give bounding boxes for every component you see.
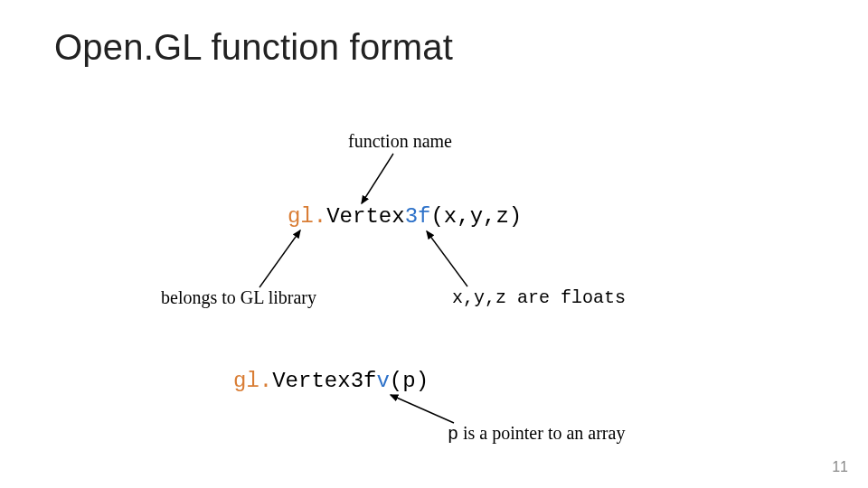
page-number: 11 <box>832 459 848 475</box>
code-args-xyz: (x,y,z) <box>430 204 522 229</box>
label-pointer-p: p <box>448 424 458 445</box>
annotation-arrows <box>0 0 868 488</box>
code-glvertex3f: gl.Vertex3f(x,y,z) <box>288 204 522 229</box>
svg-line-1 <box>259 230 300 287</box>
label-pointer-rest: is a pointer to an array <box>458 423 625 443</box>
label-pointer: p is a pointer to an array <box>448 423 625 445</box>
svg-line-3 <box>391 395 454 423</box>
code-func-name: Vertex <box>326 204 404 229</box>
code-gl-prefix: gl. <box>288 204 326 229</box>
svg-line-0 <box>362 154 393 203</box>
code-suffix-3f: 3f <box>405 204 431 229</box>
code2-suffix-3f: 3f <box>351 369 377 393</box>
label-belongs-to-gl: belongs to GL library <box>161 287 316 308</box>
code-glvertex3fv: gl.Vertex3fv(p) <box>233 369 429 393</box>
label-function-name: function name <box>348 131 452 152</box>
label-xyz-floats: x,y,z are floats <box>452 287 626 308</box>
code2-suffix-v: v <box>376 369 389 393</box>
slide-title: Open.GL function format <box>54 27 453 68</box>
code2-func-name: Vertex <box>272 369 350 393</box>
code2-gl-prefix: gl. <box>233 369 272 393</box>
code2-args-p: (p) <box>390 369 429 393</box>
svg-line-2 <box>427 231 467 286</box>
